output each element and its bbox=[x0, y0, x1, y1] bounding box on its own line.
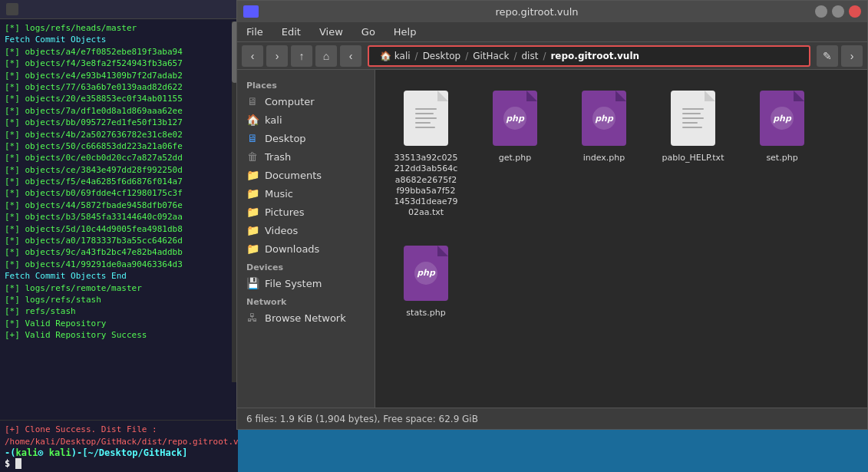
terminal-line: [+] Valid Repository Success bbox=[5, 329, 233, 341]
terminal-line: [*] objects/7a/df1e0d8a1d869aaa62ee bbox=[5, 105, 233, 117]
file-item-set-php[interactable]: php set.php bbox=[744, 82, 820, 225]
fm-menubar: File Edit View Go Help bbox=[237, 22, 867, 42]
terminal-bottom: [+] Clone Success. Dist File : /home/kal… bbox=[0, 420, 238, 472]
prev-location-button[interactable]: ‹ bbox=[340, 45, 361, 67]
breadcrumb-desktop[interactable]: Desktop bbox=[418, 51, 466, 61]
breadcrumb-dist[interactable]: dist bbox=[517, 51, 543, 61]
menu-view[interactable]: View bbox=[316, 25, 346, 39]
php-text-label: php bbox=[503, 107, 526, 130]
terminal-line: [*] objects/e4/e93b41309b7f2d7adab2 bbox=[5, 70, 233, 81]
sidebar-item-pictures[interactable]: 📁 Pictures bbox=[237, 203, 375, 221]
file-label-hash-txt: 33513a92c025212dd3ab564ca8682e2675f2f99b… bbox=[394, 153, 458, 219]
sidebar-label-computer: Computer bbox=[265, 96, 315, 107]
terminal-line: [*] objects/50/c666853dd223a21a06fe bbox=[5, 140, 233, 152]
terminal-line: [*] Valid Repository bbox=[5, 318, 233, 329]
txt-icon-pablo-shape bbox=[671, 91, 715, 146]
fm-window-controls bbox=[815, 5, 861, 18]
prompt-path: ~/Desktop/GitHack bbox=[87, 447, 182, 458]
trash-icon: 🗑 bbox=[246, 150, 259, 163]
sidebar-label-pictures: Pictures bbox=[265, 206, 304, 218]
prompt-bracket-open: -( bbox=[5, 447, 15, 458]
terminal-line: [*] objects/9c/a43fb2bc47e82b4addbb bbox=[5, 246, 233, 258]
file-icon-stats-php: php bbox=[401, 243, 451, 303]
breadcrumb-home[interactable]: 🏠 kali bbox=[375, 51, 415, 61]
terminal-line: [*] objects/77/63a6b7e0139aad82d622 bbox=[5, 81, 233, 93]
file-manager: repo.gitroot.vuln File Edit View Go Help… bbox=[236, 0, 868, 430]
back-button[interactable]: ‹ bbox=[242, 45, 263, 67]
terminal-line: [*] objects/f4/3e8fa2f524943fb3a657 bbox=[5, 58, 233, 69]
file-item-stats-php[interactable]: php stats.php bbox=[388, 237, 464, 325]
terminal-output: [*] logs/refs/heads/master Fetch Commit … bbox=[0, 19, 238, 345]
terminal-line: [*] objects/5d/10c44d9005fea4981db8 bbox=[5, 223, 233, 235]
file-item-hash-txt[interactable]: 33513a92c025212dd3ab564ca8682e2675f2f99b… bbox=[388, 82, 464, 225]
network-icon: 🖧 bbox=[246, 312, 259, 324]
sidebar-item-filesystem[interactable]: 💾 File System bbox=[237, 274, 375, 292]
network-label: Network bbox=[237, 292, 375, 309]
terminal-line: [*] objects/b3/5845fa33144640c092aa bbox=[5, 211, 233, 223]
php-icon-index-shape: php bbox=[582, 91, 626, 146]
file-icon-pablo-help bbox=[668, 88, 718, 148]
file-label-set-php: set.php bbox=[766, 153, 797, 163]
menu-file[interactable]: File bbox=[243, 25, 266, 39]
terminal-line: [*] logs/refs/stash bbox=[5, 294, 233, 305]
file-item-pablo-help[interactable]: pablo_HELP.txt bbox=[655, 82, 731, 225]
sidebar-item-trash[interactable]: 🗑 Trash bbox=[237, 147, 375, 166]
terminal-icon bbox=[6, 3, 18, 15]
breadcrumb-bar: 🏠 kali / Desktop / GitHack / dist / repo… bbox=[368, 45, 810, 67]
file-icon-hash-txt bbox=[401, 88, 451, 148]
desktop-icon: 🖥 bbox=[246, 132, 259, 144]
downloads-icon: 📁 bbox=[246, 243, 259, 255]
fm-sidebar: Places 🖥 Computer 🏠 kali 🖥 Desktop 🗑 Tra… bbox=[237, 70, 375, 408]
terminal-input-line[interactable]: $ bbox=[5, 458, 233, 469]
breadcrumb-current[interactable]: repo.gitroot.vuln bbox=[546, 51, 644, 61]
sidebar-item-computer[interactable]: 🖥 Computer bbox=[237, 92, 375, 111]
terminal-line: Fetch Commit Objects End bbox=[5, 270, 233, 282]
menu-go[interactable]: Go bbox=[358, 25, 378, 39]
forward-button[interactable]: › bbox=[266, 45, 288, 67]
terminal-line: [*] objects/4b/2a5027636782e31c8e02 bbox=[5, 129, 233, 140]
up-button[interactable]: ↑ bbox=[291, 45, 312, 67]
computer-icon: 🖥 bbox=[246, 95, 259, 107]
terminal-cursor bbox=[15, 458, 21, 469]
php-text-stats: php bbox=[414, 262, 437, 285]
next-location-button[interactable]: › bbox=[841, 45, 863, 67]
sidebar-label-desktop: Desktop bbox=[265, 133, 306, 144]
php-text-set: php bbox=[771, 107, 794, 130]
sidebar-item-videos[interactable]: 📁 Videos bbox=[237, 221, 375, 239]
sidebar-item-browse-network[interactable]: 🖧 Browse Network bbox=[237, 309, 375, 327]
file-item-get-php[interactable]: php get.php bbox=[477, 82, 553, 225]
sidebar-item-desktop[interactable]: 🖥 Desktop bbox=[237, 129, 375, 147]
maximize-button[interactable] bbox=[832, 5, 844, 18]
statusbar-text: 6 files: 1.9 KiB (1,904 bytes), Free spa… bbox=[246, 414, 478, 424]
sidebar-label-music: Music bbox=[265, 188, 293, 200]
sidebar-label-videos: Videos bbox=[265, 225, 298, 236]
documents-icon: 📁 bbox=[246, 169, 259, 181]
sidebar-item-music[interactable]: 📁 Music bbox=[237, 184, 375, 203]
fm-main-area: 33513a92c025212dd3ab564ca8682e2675f2f99b… bbox=[375, 70, 867, 408]
terminal-line: [*] objects/20/e358853ec0f34ab01155 bbox=[5, 93, 233, 104]
sidebar-item-documents[interactable]: 📁 Documents bbox=[237, 166, 375, 184]
breadcrumb-githack[interactable]: GitHack bbox=[468, 51, 513, 61]
videos-icon: 📁 bbox=[246, 224, 259, 236]
home-button[interactable]: ⌂ bbox=[315, 45, 337, 67]
close-button[interactable] bbox=[849, 5, 861, 18]
fm-window-icon bbox=[243, 5, 259, 18]
terminal-line: [*] objects/bb/095727ed1fe50f13b127 bbox=[5, 117, 233, 128]
file-grid: 33513a92c025212dd3ab564ca8682e2675f2f99b… bbox=[388, 82, 855, 325]
file-label-stats-php: stats.php bbox=[406, 308, 445, 319]
clone-success-message: [+] Clone Success. Dist File : /home/kal… bbox=[5, 424, 233, 447]
sidebar-item-kali[interactable]: 🏠 kali bbox=[237, 111, 375, 129]
menu-edit[interactable]: Edit bbox=[279, 25, 304, 39]
sidebar-label-filesystem: File System bbox=[265, 278, 322, 289]
kali-icon: 🏠 bbox=[246, 114, 259, 126]
terminal-line: [*] refs/stash bbox=[5, 305, 233, 317]
minimize-button[interactable] bbox=[815, 5, 827, 18]
file-item-index-php[interactable]: php index.php bbox=[566, 82, 642, 225]
sidebar-item-downloads[interactable]: 📁 Downloads bbox=[237, 239, 375, 258]
edit-path-button[interactable]: ✎ bbox=[817, 45, 838, 67]
terminal-line: [*] objects/f5/e4a6285f6d6876f014a7 bbox=[5, 176, 233, 187]
terminal-line: [*] objects/a0/1783337b3a55cc64626d bbox=[5, 235, 233, 246]
menu-help[interactable]: Help bbox=[391, 25, 420, 39]
file-icon-index-php: php bbox=[579, 88, 629, 148]
sidebar-label-downloads: Downloads bbox=[265, 243, 319, 255]
